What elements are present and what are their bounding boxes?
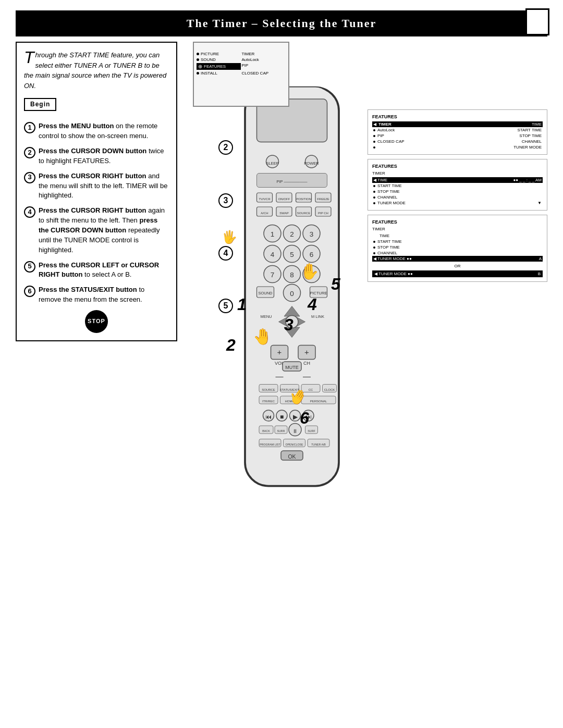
intro-body: hrough the START TIME feature, you can s… [24, 51, 166, 90]
svg-text:SOURCE: SOURCE [262, 388, 275, 391]
svg-text:SOURCE: SOURCE [297, 212, 311, 215]
begin-badge: Begin [24, 98, 56, 111]
screen-2-row-channel: CHANNEL [372, 194, 543, 200]
svg-text:0: 0 [290, 290, 294, 298]
svg-text:BACK: BACK [262, 429, 270, 433]
menu-item-timer-col: TIMER [242, 52, 286, 56]
screen-3-row-time: ▲ TIME [372, 233, 543, 239]
svg-text:PERSONAL: PERSONAL [310, 400, 327, 403]
svg-text:PIP CH: PIP CH [318, 212, 328, 215]
step-indicator-4: 4 [218, 246, 233, 261]
svg-text:A/CH: A/CH [261, 212, 268, 215]
large-step-1: 1 [237, 295, 247, 314]
hand-right: 🤚 [300, 262, 319, 280]
step-2: 2 Press the CURSOR DOWN button twice to … [24, 146, 169, 166]
screen-1-row-pip: PIP STOP TIME [372, 133, 543, 139]
svg-text:5: 5 [290, 251, 294, 258]
svg-text:SURR: SURR [277, 429, 285, 433]
svg-text:8: 8 [290, 271, 294, 279]
svg-text:PROGRAM LIST: PROGRAM LIST [260, 443, 280, 446]
svg-text:POWER: POWER [304, 161, 319, 166]
svg-text:3: 3 [310, 230, 314, 238]
step-indicator-3: 3 [218, 193, 233, 208]
svg-text:7: 7 [271, 271, 275, 279]
screen-1-row-closedcap: CLOSED CAP CHANNEL [372, 139, 543, 144]
menu-grid: PICTURE TIMER SOUND AutoLock ⊕ FEATURES … [197, 52, 286, 76]
screen-3-title: FEATURES [372, 219, 543, 225]
menu-item-pip-col: PIP [242, 63, 286, 70]
step-6: 6 Press the STATUS/EXIT button to remove… [24, 285, 169, 305]
timer-arrow: ◀ [373, 122, 376, 127]
svg-text:M LINK: M LINK [311, 314, 324, 319]
svg-text:+: + [277, 348, 282, 356]
step-5: 5 Press the CURSOR LEFT or CURSOR RIGHT … [24, 261, 169, 280]
screen-1-row-autolock: AutoLock START TIME [372, 127, 543, 133]
svg-text:CC: CC [309, 388, 313, 391]
header-decoration-box [525, 8, 549, 35]
hand-left: 🤚 [253, 327, 272, 346]
svg-text:4: 4 [271, 251, 275, 258]
screen-1-title: FEATURES [372, 114, 543, 119]
svg-text:SWAP: SWAP [279, 212, 288, 215]
svg-text:CH: CH [303, 361, 310, 366]
menu-item-autolock-col: AutoLock [242, 57, 286, 62]
svg-text:2: 2 [290, 230, 294, 238]
step-3-number: 3 [24, 172, 35, 183]
step-4: 4 Press the CURSOR RIGHT button again to… [24, 206, 169, 255]
screen-3-row-starttime: START TIME [372, 239, 543, 244]
stop-badge: STOP [24, 310, 169, 333]
menu-item-sound: SOUND [197, 57, 241, 62]
menu-item-features-highlighted: ⊕ FEATURES [197, 63, 241, 70]
svg-text:⏸: ⏸ [292, 428, 298, 434]
screen-3-row-channel: CHANNEL [372, 250, 543, 256]
svg-text:6: 6 [310, 251, 314, 258]
svg-text:ON/OFF: ON/OFF [278, 198, 290, 201]
svg-text:PIP ——————: PIP —————— [276, 179, 308, 184]
or-divider: OR [372, 264, 543, 268]
step-4-number: 4 [24, 206, 35, 218]
large-step-6: 6 [300, 409, 309, 428]
svg-text:—: — [303, 372, 311, 380]
svg-text:MUTE: MUTE [285, 365, 299, 370]
large-step-4: 4 [308, 295, 317, 314]
screen-1-row-timer: ◀ TIMER TIME [372, 121, 543, 127]
stop-circle: STOP [85, 310, 108, 333]
svg-text:+: + [304, 348, 309, 356]
screen-box-2: FEATURES TIMER ◀ TIME ●● _ _ : _ _ AM ST… [368, 159, 547, 211]
step-1: 1 Press the MENU button on the remote co… [24, 121, 169, 141]
svg-text:TV/VCR: TV/VCR [259, 198, 271, 201]
svg-text:—: — [276, 372, 284, 380]
drop-cap: T [24, 50, 34, 65]
step-3: 3 Press the CURSOR RIGHT button and the … [24, 171, 169, 201]
instructions-panel: T hrough the START TIME feature, you can… [16, 42, 177, 341]
svg-text:CLOCK: CLOCK [324, 388, 335, 391]
right-content: PICTURE TIMER SOUND AutoLock ⊕ FEATURES … [182, 42, 547, 341]
screen-box-3: FEATURES TIMER ▲ TIME START TIME STOP TI… [368, 215, 547, 282]
step-2-text: Press the CURSOR DOWN button twice to hi… [39, 146, 169, 166]
step-3-text: Press the CURSOR RIGHT button and the me… [39, 171, 169, 201]
screen-3-subtitle: TIMER [372, 227, 543, 231]
svg-text:FREEZE: FREEZE [317, 198, 329, 201]
screen-3-row-stoptime: STOP TIME [372, 244, 543, 250]
screen-2-row-stoptime: STOP TIME [372, 189, 543, 194]
step-6-text: Press the STATUS/EXIT button to remove t… [39, 285, 169, 305]
step-4-text: Press the CURSOR RIGHT button again to s… [39, 206, 169, 255]
svg-text:OPEN/CLOSE: OPEN/CLOSE [285, 443, 303, 446]
svg-text:SLEEP: SLEEP [266, 161, 278, 166]
svg-text:MENU: MENU [260, 314, 272, 319]
step-indicator-2: 2 [218, 140, 233, 155]
step-6-number: 6 [24, 286, 35, 297]
screen-3-row-tunermode-a: ◀ TUNER MODE ●● A [372, 256, 543, 262]
svg-text:1: 1 [271, 230, 275, 238]
svg-text:■: ■ [280, 413, 284, 421]
svg-text:SOUND: SOUND [258, 291, 273, 295]
large-step-3: 3 [284, 315, 293, 335]
svg-text:OK: OK [288, 453, 296, 460]
menu-item-picture: PICTURE [197, 52, 241, 56]
svg-text:SURF: SURF [308, 429, 315, 433]
remote-control-illustration: SLEEP POWER PIP —————— TV/VCR ON/OFF POS… [214, 83, 370, 490]
menu-item-install: INSTALL [197, 71, 241, 76]
hand-step-1: 🖐 [222, 230, 237, 244]
screen-2-title: FEATURES [372, 164, 543, 169]
screen-1-row-blank: TUNER MODE [372, 144, 543, 150]
